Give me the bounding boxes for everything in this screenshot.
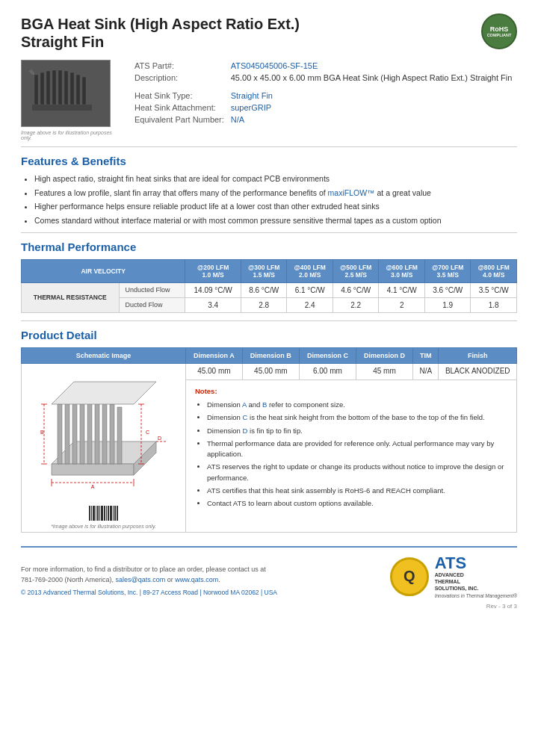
svg-rect-51 <box>114 506 116 521</box>
feature-3: Higher performance helps ensure reliable… <box>34 201 517 212</box>
svg-rect-9 <box>82 77 86 105</box>
svg-marker-21 <box>102 401 107 464</box>
svg-marker-18 <box>80 399 84 464</box>
title-line2: Straight Fin <box>21 34 104 50</box>
barcode-area <box>26 506 181 521</box>
svg-text:B: B <box>40 430 44 435</box>
svg-rect-7 <box>70 72 74 105</box>
ats-brand: ATS <box>435 555 517 571</box>
col-dima: Dimension A <box>186 347 243 363</box>
divider-2 <box>21 232 517 233</box>
part-number: ATS045045006-SF-15E <box>228 60 517 72</box>
page-title: BGA Heat Sink (High Aspect Ratio Ext.) S… <box>21 15 517 51</box>
svg-rect-45 <box>101 506 103 521</box>
dim-d-value: 45 mm <box>356 363 412 379</box>
col-400lfm: @400 LFM 2.0 M/S <box>287 259 333 282</box>
footer-phone: 781-769-2000 (North America), <box>21 576 114 583</box>
product-detail-table: Schematic Image Dimension A Dimension B … <box>21 347 517 533</box>
divider-3 <box>21 320 517 321</box>
col-dimd: Dimension D <box>356 347 412 363</box>
ducted-200: 3.4 <box>185 297 241 312</box>
svg-rect-5 <box>58 70 62 105</box>
unducted-200: 14.09 °C/W <box>185 282 241 297</box>
svg-rect-0 <box>32 105 92 111</box>
footer-contact: For more information, to find a distribu… <box>21 564 277 586</box>
product-info: ATS Part#: ATS045045006-SF-15E Descripti… <box>132 60 517 140</box>
ducted-400: 2.4 <box>287 297 333 312</box>
col-dimc: Dimension C <box>299 347 356 363</box>
footer-email[interactable]: sales@qats.com <box>116 576 166 583</box>
unducted-label: Unducted Flow <box>119 282 185 297</box>
note-1: Dimension A and B refer to component siz… <box>207 400 507 410</box>
unducted-400: 6.1 °C/W <box>287 282 333 297</box>
svg-rect-3 <box>46 71 50 105</box>
detail-row: A B C D <box>22 363 517 379</box>
svg-rect-40 <box>91 506 92 521</box>
svg-rect-46 <box>104 506 105 521</box>
ducted-700: 1.9 <box>424 297 471 312</box>
top-section: Image above is for illustration purposes… <box>21 60 517 140</box>
feature-2: Features a low profile, slant fin array … <box>34 188 517 199</box>
svg-marker-23 <box>117 407 122 464</box>
description-value: 45.00 x 45.00 x 6.00 mm BGA Heat Sink (H… <box>228 72 517 84</box>
rohs-text: RoHS <box>490 25 509 33</box>
ats-sub3: SOLUTIONS, INC. <box>435 585 517 592</box>
thermal-title: Thermal Performance <box>21 241 517 253</box>
notes-section: Notes: Dimension A and B refer to compon… <box>191 383 512 515</box>
svg-marker-16 <box>65 401 69 464</box>
col-300lfm: @300 LFM 1.5 M/S <box>241 259 287 282</box>
thermal-resistance-label: THERMAL RESISTANCE <box>22 282 120 312</box>
equiv-value: N/A <box>228 114 517 126</box>
feature-1: High aspect ratio, straight fin heat sin… <box>34 173 517 185</box>
features-list: High aspect ratio, straight fin heat sin… <box>34 173 517 226</box>
svg-rect-2 <box>40 72 44 105</box>
image-note: Image above is for illustration purposes… <box>21 130 118 140</box>
note-7: Contact ATS to learn about custom option… <box>207 498 507 509</box>
info-table: ATS Part#: ATS045045006-SF-15E Descripti… <box>132 60 517 126</box>
svg-marker-22 <box>110 404 114 464</box>
product-image-wrap: Image above is for illustration purposes… <box>21 60 118 140</box>
svg-marker-13 <box>52 464 134 475</box>
svg-rect-42 <box>96 506 96 521</box>
svg-rect-52 <box>117 506 118 521</box>
svg-marker-20 <box>95 400 99 464</box>
svg-rect-49 <box>110 506 112 521</box>
schematic-svg: A B C D <box>37 367 171 501</box>
type-label: Heat Sink Type: <box>132 90 228 102</box>
col-finish: Finish <box>439 347 517 363</box>
feature-4: Comes standard without interface materia… <box>34 215 517 226</box>
schematic-note: *Image above is for illustration purpose… <box>26 524 181 529</box>
svg-marker-10 <box>28 71 32 105</box>
svg-rect-48 <box>108 506 109 521</box>
type-value: Straight Fin <box>228 90 517 102</box>
note-2: Dimension C is the heat sink height from… <box>207 412 507 423</box>
col-700lfm: @700 LFM 3.5 M/S <box>424 259 471 282</box>
footer: For more information, to find a distribu… <box>21 546 517 598</box>
equiv-label: Equivalent Part Number: <box>132 114 228 126</box>
svg-rect-43 <box>97 506 99 521</box>
part-label: ATS Part#: <box>132 60 228 72</box>
svg-rect-8 <box>76 75 80 105</box>
footer-website[interactable]: www.qats.com. <box>175 576 220 583</box>
col-500lfm: @500 LFM 2.5 M/S <box>333 259 379 282</box>
maxiflow-link: maxiFLOW™ <box>328 188 375 197</box>
ats-sub2: THERMAL <box>435 578 517 585</box>
note-4: Thermal performance data are provided fo… <box>207 439 507 460</box>
svg-marker-24 <box>52 382 156 404</box>
page: RoHS COMPLIANT BGA Heat Sink (High Aspec… <box>0 0 538 756</box>
unducted-700: 3.6 °C/W <box>424 282 471 297</box>
unducted-row: THERMAL RESISTANCE Unducted Flow 14.09 °… <box>22 282 517 297</box>
col-dimb: Dimension B <box>242 347 299 363</box>
notes-list: Dimension A and B refer to component siz… <box>207 400 507 509</box>
svg-marker-19 <box>87 399 92 464</box>
notes-cell: Notes: Dimension A and B refer to compon… <box>186 379 517 532</box>
svg-text:A: A <box>90 484 94 489</box>
ducted-500: 2.2 <box>333 297 379 312</box>
footer-left: For more information, to find a distribu… <box>21 564 277 598</box>
ducted-300: 2.8 <box>241 297 287 312</box>
svg-rect-6 <box>64 71 68 105</box>
col-tim: TIM <box>413 347 439 363</box>
unducted-500: 4.6 °C/W <box>333 282 379 297</box>
ducted-800: 1.8 <box>471 297 517 312</box>
ducted-label: Ducted Flow <box>119 297 185 312</box>
